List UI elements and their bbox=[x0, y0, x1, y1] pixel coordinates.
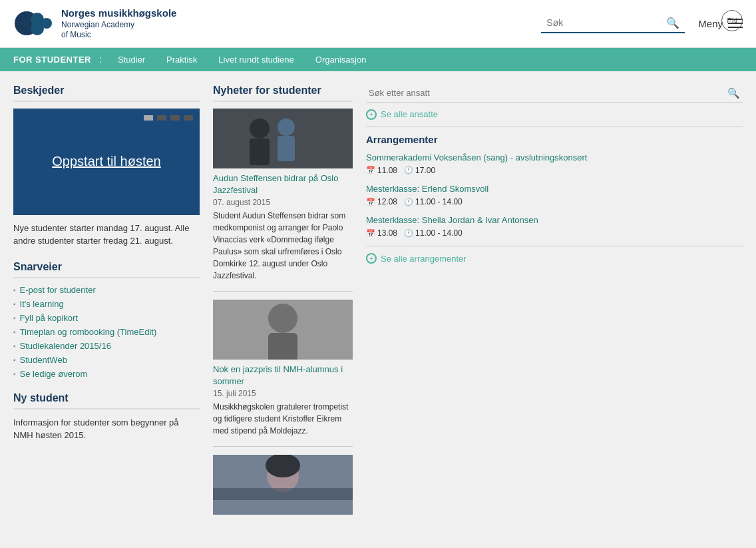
see-all-ansatte-link[interactable]: + Se alle ansatte bbox=[366, 109, 743, 120]
logo-subtitle-2: of Music bbox=[61, 30, 176, 41]
navbar-separator: : bbox=[99, 54, 102, 65]
see-all-ansatte-label: Se alle ansatte bbox=[381, 109, 438, 119]
search-input[interactable] bbox=[546, 17, 666, 28]
event-date-text-1: 11.08 bbox=[377, 166, 397, 175]
logo-title: Norges musikkhøgskole bbox=[61, 7, 176, 20]
clock-icon-1: 🕐 bbox=[404, 166, 413, 174]
news-text-1: Student Audun Steffensen bidrar som medk… bbox=[213, 210, 353, 282]
nyheter-title: Nyheter for studenter bbox=[213, 85, 353, 102]
navbar-item-praktisk[interactable]: Praktisk bbox=[156, 48, 208, 71]
search-box[interactable]: 🔍 bbox=[541, 14, 685, 33]
event-title-3[interactable]: Mesterklasse: Sheila Jordan & Ivar Anton… bbox=[366, 215, 538, 225]
event-title-1[interactable]: Sommerakademi Voksenåsen (sang) - avslut… bbox=[366, 152, 587, 162]
event-time-text-2: 11.00 - 14.00 bbox=[415, 197, 463, 206]
navbar-item-livet[interactable]: Livet rundt studiene bbox=[208, 48, 304, 71]
right-divider-1 bbox=[366, 127, 743, 127]
navbar: FOR STUDENTER : Studier Praktisk Livet r… bbox=[0, 48, 756, 71]
event-time-text-1: 17.00 bbox=[415, 166, 435, 175]
news-title-2[interactable]: Nok en jazzpris til NMH-alumnus i sommer bbox=[213, 364, 353, 388]
list-item: Se ledige øverom bbox=[13, 369, 200, 379]
plus-circle-icon-2: + bbox=[366, 253, 377, 264]
list-item: It's learning bbox=[13, 299, 200, 309]
ny-student-body: Informasjon for studenter som begynner p… bbox=[13, 416, 200, 442]
event-date-text-3: 13.08 bbox=[377, 228, 397, 238]
carousel-title[interactable]: Oppstart til høsten bbox=[52, 154, 160, 169]
event-title-2[interactable]: Mesterklasse: Erlend Skomsvoll bbox=[366, 184, 488, 194]
news-title-1[interactable]: Audun Steffensen bidrar på Oslo Jazzfest… bbox=[213, 172, 353, 196]
snarveier-link-1[interactable]: E-post for studenter bbox=[20, 285, 96, 295]
news-article-2: Nok en jazzpris til NMH-alumnus i sommer… bbox=[213, 300, 353, 437]
snarveier-title: Snarveier bbox=[13, 261, 200, 278]
plus-circle-icon: + bbox=[366, 109, 377, 120]
beskjeder-body: Nye studenter starter mandag 17. august.… bbox=[13, 222, 200, 248]
carousel-dots bbox=[144, 115, 193, 121]
news-image-2 bbox=[213, 300, 353, 360]
arrangementer-title: Arrangementer bbox=[366, 134, 743, 145]
search-icon[interactable]: 🔍 bbox=[666, 17, 679, 29]
snarveier-link-7[interactable]: Se ledige øverom bbox=[20, 369, 88, 379]
event-meta-3: 📅 13.08 🕐 11.00 - 14.00 bbox=[366, 228, 743, 238]
clock-icon-2: 🕐 bbox=[404, 198, 413, 206]
navbar-item-organisasjon[interactable]: Organisasjon bbox=[305, 48, 377, 71]
see-all-arrangementer-link[interactable]: + Se alle arrangementer bbox=[366, 253, 743, 264]
employee-search-icon[interactable]: 🔍 bbox=[727, 87, 740, 99]
svg-rect-18 bbox=[213, 455, 353, 515]
event-date-1: 📅 11.08 bbox=[366, 166, 397, 175]
list-item: Timeplan og rombooking (TimeEdit) bbox=[13, 327, 200, 337]
event-time-2: 🕐 11.00 - 14.00 bbox=[404, 197, 463, 206]
snarveier-link-2[interactable]: It's learning bbox=[20, 299, 64, 309]
logo-text: Norges musikkhøgskole Norwegian Academy … bbox=[61, 7, 176, 41]
list-item: E-post for studenter bbox=[13, 285, 200, 295]
list-item: Studiekalender 2015/16 bbox=[13, 341, 200, 351]
see-all-arrangementer-label: Se alle arrangementer bbox=[381, 254, 467, 264]
news-article-3 bbox=[213, 455, 353, 515]
list-item: Fyll på kopikort bbox=[13, 313, 200, 323]
list-item: StudentWeb bbox=[13, 355, 200, 365]
news-article-1: Audun Steffensen bidrar på Oslo Jazzfest… bbox=[213, 109, 353, 282]
calendar-icon-3: 📅 bbox=[366, 229, 375, 238]
calendar-icon-2: 📅 bbox=[366, 198, 375, 206]
news-divider-2 bbox=[213, 446, 353, 447]
snarveier-list: E-post for studenter It's learning Fyll … bbox=[13, 285, 200, 379]
site-header: Norges musikkhøgskole Norwegian Academy … bbox=[0, 0, 756, 48]
svg-point-3 bbox=[41, 18, 52, 29]
employee-search-input[interactable] bbox=[369, 88, 727, 98]
menu-label: Meny bbox=[698, 18, 723, 29]
col-right: 🔍 + Se alle ansatte Arrangementer Sommer… bbox=[366, 85, 743, 525]
svg-rect-13 bbox=[213, 300, 353, 360]
event-item-1: Sommerakademi Voksenåsen (sang) - avslut… bbox=[366, 152, 743, 175]
news-date-1: 07. august 2015 bbox=[213, 198, 353, 207]
event-time-text-3: 11.00 - 14.00 bbox=[415, 228, 463, 238]
snarveier-link-6[interactable]: StudentWeb bbox=[20, 355, 67, 365]
event-date-2: 📅 12.08 bbox=[366, 197, 397, 206]
ny-student-title: Ny student bbox=[13, 392, 200, 410]
language-button[interactable]: EN bbox=[721, 10, 743, 31]
carousel-dot-4 bbox=[184, 115, 193, 121]
header-right: 🔍 Meny bbox=[541, 14, 743, 33]
news-divider-1 bbox=[213, 291, 353, 292]
event-time-3: 🕐 11.00 - 14.00 bbox=[404, 228, 463, 238]
col-mid: Nyheter for studenter Audun Steffensen b… bbox=[213, 85, 353, 525]
snarveier-link-5[interactable]: Studiekalender 2015/16 bbox=[20, 341, 111, 351]
news-text-2: Musikkhøgskolen gratulerer trompetist og… bbox=[213, 401, 353, 437]
news-date-2: 15. juli 2015 bbox=[213, 389, 353, 398]
news-image-1 bbox=[213, 109, 353, 168]
event-time-1: 🕐 17.00 bbox=[404, 166, 435, 175]
carousel-dot-3 bbox=[170, 115, 180, 121]
snarveier-link-4[interactable]: Timeplan og rombooking (TimeEdit) bbox=[20, 327, 157, 337]
employee-search-box[interactable]: 🔍 bbox=[366, 85, 743, 103]
calendar-icon-1: 📅 bbox=[366, 166, 375, 174]
event-meta-2: 📅 12.08 🕐 11.00 - 14.00 bbox=[366, 197, 743, 206]
logo-subtitle-1: Norwegian Academy bbox=[61, 20, 176, 31]
col-left: Beskjeder Oppstart til høsten Nye studen… bbox=[13, 85, 200, 525]
svg-rect-9 bbox=[213, 109, 353, 168]
event-item-2: Mesterklasse: Erlend Skomsvoll 📅 12.08 🕐… bbox=[366, 183, 743, 206]
navbar-item-studier[interactable]: Studier bbox=[107, 48, 156, 71]
clock-icon-3: 🕐 bbox=[404, 229, 413, 238]
news-image-3 bbox=[213, 455, 353, 515]
snarveier-link-3[interactable]: Fyll på kopikort bbox=[20, 313, 78, 323]
right-divider-2 bbox=[366, 246, 743, 246]
event-item-3: Mesterklasse: Sheila Jordan & Ivar Anton… bbox=[366, 214, 743, 238]
carousel[interactable]: Oppstart til høsten bbox=[13, 109, 200, 215]
carousel-dot-2 bbox=[157, 115, 166, 121]
